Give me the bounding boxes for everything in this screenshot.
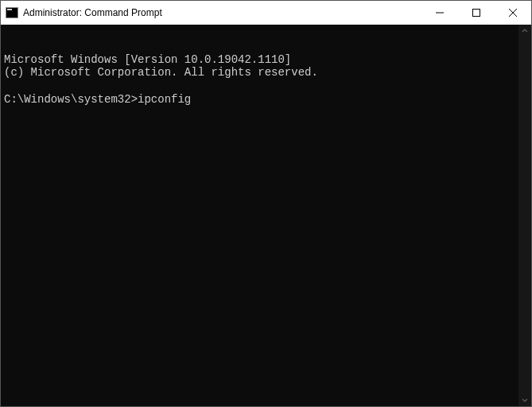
chevron-down-icon xyxy=(522,397,528,403)
maximize-icon xyxy=(472,9,480,17)
maximize-button[interactable] xyxy=(458,1,495,25)
scroll-down-button[interactable] xyxy=(518,393,531,406)
window-controls xyxy=(421,1,531,25)
svg-rect-1 xyxy=(473,10,480,17)
scroll-up-button[interactable] xyxy=(518,25,531,37)
close-button[interactable] xyxy=(495,1,531,25)
close-icon xyxy=(509,9,517,17)
minimize-icon xyxy=(436,9,444,17)
terminal-area[interactable]: Microsoft Windows [Version 10.0.19042.11… xyxy=(1,25,531,406)
titlebar[interactable]: Administrator: Command Prompt xyxy=(1,1,531,25)
terminal-line: (c) Microsoft Corporation. All rights re… xyxy=(4,66,318,79)
scrollbar[interactable] xyxy=(518,25,531,406)
terminal-command: ipconfig xyxy=(138,93,191,106)
minimize-button[interactable] xyxy=(421,1,458,25)
terminal-prompt: C:\Windows\system32> xyxy=(4,93,138,106)
terminal-line: Microsoft Windows [Version 10.0.19042.11… xyxy=(4,53,291,66)
window-title: Administrator: Command Prompt xyxy=(23,7,162,18)
command-prompt-window: Administrator: Command Prompt Microsoft xyxy=(0,0,532,407)
chevron-up-icon xyxy=(522,28,528,34)
terminal-content: Microsoft Windows [Version 10.0.19042.11… xyxy=(4,53,515,107)
app-icon xyxy=(6,6,18,19)
